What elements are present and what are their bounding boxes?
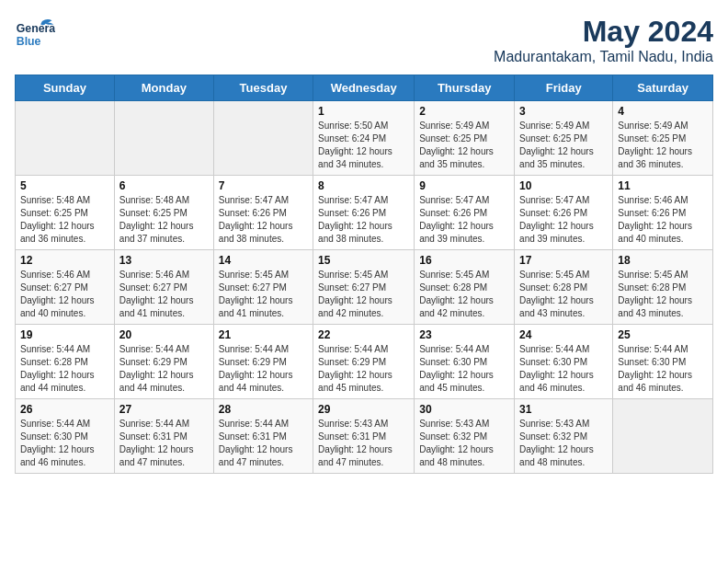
table-row: 3Sunrise: 5:49 AMSunset: 6:25 PMDaylight… <box>515 101 613 176</box>
day-number: 5 <box>20 179 109 192</box>
day-number: 24 <box>519 328 608 341</box>
daylight-text: Daylight: 12 hours and 38 minutes. <box>219 220 308 246</box>
daylight-text: Daylight: 12 hours and 45 minutes. <box>318 369 409 395</box>
sunset-text: Sunset: 6:30 PM <box>419 356 509 369</box>
sunrise-text: Sunrise: 5:46 AM <box>119 269 209 282</box>
page-header: General Blue May 2024 Madurantakam, Tami… <box>15 15 713 65</box>
table-row: 29Sunrise: 5:43 AMSunset: 6:31 PMDayligh… <box>313 399 415 474</box>
sunset-text: Sunset: 6:30 PM <box>519 356 608 369</box>
sunset-text: Sunset: 6:25 PM <box>419 132 509 145</box>
day-info: Sunrise: 5:45 AMSunset: 6:28 PMDaylight:… <box>618 269 708 320</box>
sunrise-text: Sunrise: 5:49 AM <box>519 120 608 132</box>
col-thursday: Thursday <box>415 75 515 101</box>
table-row: 2Sunrise: 5:49 AMSunset: 6:25 PMDaylight… <box>415 101 515 176</box>
daylight-text: Daylight: 12 hours and 47 minutes. <box>219 443 308 469</box>
sunrise-text: Sunrise: 5:47 AM <box>219 194 308 207</box>
day-info: Sunrise: 5:43 AMSunset: 6:32 PMDaylight:… <box>419 418 509 469</box>
day-number: 1 <box>318 105 409 118</box>
day-number: 20 <box>119 328 209 341</box>
day-info: Sunrise: 5:44 AMSunset: 6:30 PMDaylight:… <box>419 343 509 395</box>
sunset-text: Sunset: 6:24 PM <box>318 132 409 145</box>
day-number: 30 <box>419 403 509 416</box>
table-row: 15Sunrise: 5:45 AMSunset: 6:27 PMDayligh… <box>313 250 415 325</box>
table-row: 25Sunrise: 5:44 AMSunset: 6:30 PMDayligh… <box>613 325 713 399</box>
calendar-table: Sunday Monday Tuesday Wednesday Thursday… <box>15 75 713 474</box>
table-row: 6Sunrise: 5:48 AMSunset: 6:25 PMDaylight… <box>114 176 213 250</box>
col-monday: Monday <box>114 75 213 101</box>
sunset-text: Sunset: 6:26 PM <box>318 207 409 220</box>
logo: General Blue <box>15 15 55 55</box>
day-info: Sunrise: 5:47 AMSunset: 6:26 PMDaylight:… <box>318 194 409 246</box>
day-info: Sunrise: 5:49 AMSunset: 6:25 PMDaylight:… <box>618 120 708 171</box>
day-number: 22 <box>318 328 409 341</box>
sunset-text: Sunset: 6:31 PM <box>318 431 409 443</box>
sunrise-text: Sunrise: 5:43 AM <box>318 418 409 431</box>
table-row: 13Sunrise: 5:46 AMSunset: 6:27 PMDayligh… <box>114 250 213 325</box>
day-number: 17 <box>519 254 608 267</box>
daylight-text: Daylight: 12 hours and 46 minutes. <box>519 369 608 395</box>
day-info: Sunrise: 5:44 AMSunset: 6:30 PMDaylight:… <box>20 418 109 469</box>
day-number: 6 <box>119 179 209 192</box>
daylight-text: Daylight: 12 hours and 37 minutes. <box>119 220 209 246</box>
day-info: Sunrise: 5:44 AMSunset: 6:29 PMDaylight:… <box>119 343 209 395</box>
sunrise-text: Sunrise: 5:44 AM <box>618 343 708 356</box>
logo-icon: General Blue <box>15 15 55 55</box>
day-info: Sunrise: 5:47 AMSunset: 6:26 PMDaylight:… <box>219 194 308 246</box>
table-row: 21Sunrise: 5:44 AMSunset: 6:29 PMDayligh… <box>213 325 313 399</box>
daylight-text: Daylight: 12 hours and 40 minutes. <box>20 294 109 320</box>
day-number: 21 <box>219 328 308 341</box>
day-info: Sunrise: 5:45 AMSunset: 6:28 PMDaylight:… <box>519 269 608 320</box>
table-row: 23Sunrise: 5:44 AMSunset: 6:30 PMDayligh… <box>415 325 515 399</box>
sunrise-text: Sunrise: 5:45 AM <box>618 269 708 282</box>
sunset-text: Sunset: 6:26 PM <box>419 207 509 220</box>
title-block: May 2024 Madurantakam, Tamil Nadu, India <box>494 15 713 65</box>
col-tuesday: Tuesday <box>213 75 313 101</box>
daylight-text: Daylight: 12 hours and 44 minutes. <box>119 369 209 395</box>
table-row <box>213 101 313 176</box>
day-info: Sunrise: 5:43 AMSunset: 6:31 PMDaylight:… <box>318 418 409 469</box>
day-info: Sunrise: 5:45 AMSunset: 6:27 PMDaylight:… <box>318 269 409 320</box>
day-info: Sunrise: 5:44 AMSunset: 6:31 PMDaylight:… <box>219 418 308 469</box>
sunrise-text: Sunrise: 5:44 AM <box>318 343 409 356</box>
daylight-text: Daylight: 12 hours and 43 minutes. <box>618 294 708 320</box>
day-number: 8 <box>318 179 409 192</box>
day-info: Sunrise: 5:44 AMSunset: 6:28 PMDaylight:… <box>20 343 109 395</box>
sunset-text: Sunset: 6:26 PM <box>519 207 608 220</box>
daylight-text: Daylight: 12 hours and 47 minutes. <box>119 443 209 469</box>
sunset-text: Sunset: 6:25 PM <box>119 207 209 220</box>
day-info: Sunrise: 5:47 AMSunset: 6:26 PMDaylight:… <box>519 194 608 246</box>
table-row: 8Sunrise: 5:47 AMSunset: 6:26 PMDaylight… <box>313 176 415 250</box>
day-number: 13 <box>119 254 209 267</box>
sunrise-text: Sunrise: 5:48 AM <box>119 194 209 207</box>
day-number: 14 <box>219 254 308 267</box>
calendar-header-row: Sunday Monday Tuesday Wednesday Thursday… <box>16 75 713 101</box>
day-number: 12 <box>20 254 109 267</box>
day-number: 15 <box>318 254 409 267</box>
sunrise-text: Sunrise: 5:47 AM <box>419 194 509 207</box>
day-info: Sunrise: 5:50 AMSunset: 6:24 PMDaylight:… <box>318 120 409 171</box>
day-info: Sunrise: 5:47 AMSunset: 6:26 PMDaylight:… <box>419 194 509 246</box>
sunrise-text: Sunrise: 5:44 AM <box>20 343 109 356</box>
sunset-text: Sunset: 6:30 PM <box>618 356 708 369</box>
sunset-text: Sunset: 6:29 PM <box>119 356 209 369</box>
day-number: 18 <box>618 254 708 267</box>
table-row: 1Sunrise: 5:50 AMSunset: 6:24 PMDaylight… <box>313 101 415 176</box>
sunrise-text: Sunrise: 5:45 AM <box>419 269 509 282</box>
sunrise-text: Sunrise: 5:50 AM <box>318 120 409 132</box>
table-row: 9Sunrise: 5:47 AMSunset: 6:26 PMDaylight… <box>415 176 515 250</box>
sunrise-text: Sunrise: 5:44 AM <box>20 418 109 431</box>
calendar-week-row: 12Sunrise: 5:46 AMSunset: 6:27 PMDayligh… <box>16 250 713 325</box>
sunrise-text: Sunrise: 5:43 AM <box>419 418 509 431</box>
calendar-week-row: 5Sunrise: 5:48 AMSunset: 6:25 PMDaylight… <box>16 176 713 250</box>
daylight-text: Daylight: 12 hours and 35 minutes. <box>519 145 608 171</box>
day-info: Sunrise: 5:46 AMSunset: 6:26 PMDaylight:… <box>618 194 708 246</box>
sunset-text: Sunset: 6:28 PM <box>419 282 509 294</box>
sunset-text: Sunset: 6:28 PM <box>20 356 109 369</box>
daylight-text: Daylight: 12 hours and 36 minutes. <box>20 220 109 246</box>
day-number: 10 <box>519 179 608 192</box>
col-friday: Friday <box>515 75 613 101</box>
sunrise-text: Sunrise: 5:44 AM <box>219 343 308 356</box>
sunrise-text: Sunrise: 5:47 AM <box>318 194 409 207</box>
day-number: 9 <box>419 179 509 192</box>
sunrise-text: Sunrise: 5:49 AM <box>419 120 509 132</box>
